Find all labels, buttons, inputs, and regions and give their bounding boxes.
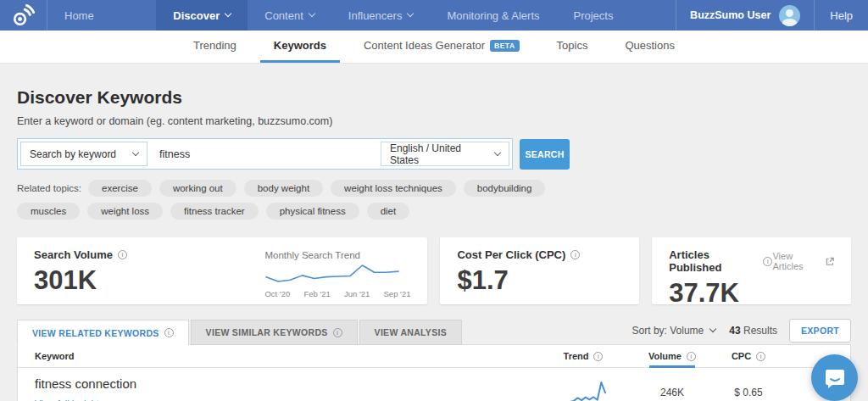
subtab-trending[interactable]: Trending bbox=[180, 31, 250, 63]
top-nav: Home Discover Content Influencers Monito… bbox=[0, 0, 868, 31]
nav-item-content-label: Content bbox=[264, 9, 303, 22]
cpc-title-row: Cost Per Click (CPC) i bbox=[457, 248, 622, 261]
tab-view-related-keywords[interactable]: VIEW RELATED KEYWORDS i bbox=[17, 320, 189, 346]
nav-item-discover-label: Discover bbox=[173, 9, 220, 22]
sort-by-label: Sort by: Volume bbox=[632, 325, 704, 337]
cpc-cell: $ 0.65 bbox=[710, 387, 787, 398]
topic-chip[interactable]: weight loss bbox=[87, 203, 163, 220]
chevron-down-icon bbox=[309, 10, 315, 17]
topic-chip[interactable]: body weight bbox=[244, 180, 323, 197]
tick-label: Feb '21 bbox=[303, 289, 330, 298]
subtab-keywords[interactable]: Keywords bbox=[260, 31, 340, 63]
nav-item-discover[interactable]: Discover bbox=[156, 0, 248, 31]
column-header-trend[interactable]: Trend i bbox=[532, 351, 634, 361]
buzzsumo-spiral-icon bbox=[12, 4, 35, 27]
keywords-table: Keyword Trend i Volume i CPC i fitness c… bbox=[17, 344, 851, 401]
info-icon[interactable]: i bbox=[756, 352, 765, 361]
info-icon[interactable]: i bbox=[118, 250, 127, 259]
beta-badge: BETA bbox=[490, 40, 520, 52]
locale-value: English / United States bbox=[390, 142, 489, 166]
subtab-cig-label: Content Ideas Generator bbox=[364, 39, 485, 52]
user-name: BuzzSumo User bbox=[690, 9, 771, 21]
keyword-search-input[interactable] bbox=[147, 148, 381, 160]
search-type-select[interactable]: Search by keyword bbox=[20, 142, 147, 166]
search-volume-title: Search Volume bbox=[34, 248, 113, 261]
results-section: VIEW RELATED KEYWORDS i VIEW SIMILAR KEY… bbox=[17, 319, 851, 401]
topic-chip[interactable]: diet bbox=[367, 203, 410, 220]
topic-chip[interactable]: working out bbox=[159, 180, 236, 197]
cpc-header-label: CPC bbox=[732, 351, 751, 361]
info-icon[interactable]: i bbox=[570, 250, 580, 259]
info-icon[interactable]: i bbox=[763, 257, 772, 266]
info-icon[interactable]: i bbox=[687, 352, 696, 361]
tab-similar-label: VIEW SIMILAR KEYWORDS bbox=[206, 327, 328, 337]
search-panel: Search by keyword English / United State… bbox=[17, 138, 513, 170]
sort-by-dropdown[interactable]: Sort by: Volume bbox=[632, 325, 716, 337]
info-icon[interactable]: i bbox=[333, 328, 342, 337]
keyword-name: fitness connection bbox=[35, 376, 532, 391]
monthly-trend-title: Monthly Search Trend bbox=[264, 250, 410, 260]
view-articles-label: View Articles bbox=[772, 251, 821, 271]
articles-title: Articles Published bbox=[669, 248, 758, 274]
nav-item-influencers[interactable]: Influencers bbox=[331, 0, 431, 31]
topic-chip[interactable]: bodybuilding bbox=[464, 180, 546, 197]
view-articles-link[interactable]: View Articles bbox=[772, 251, 834, 271]
stat-cards: Search Volume i 301K Monthly Search Tren… bbox=[17, 237, 851, 304]
nav-item-home[interactable]: Home bbox=[47, 0, 111, 31]
volume-cell: 246K bbox=[634, 387, 710, 398]
table-header: Keyword Trend i Volume i CPC i bbox=[18, 345, 850, 368]
chevron-down-icon bbox=[225, 10, 231, 17]
nav-item-content[interactable]: Content bbox=[248, 0, 331, 31]
nav-item-help[interactable]: Help bbox=[815, 0, 868, 31]
trend-cell bbox=[532, 379, 634, 401]
nav-item-projects[interactable]: Projects bbox=[557, 0, 631, 31]
topic-chip[interactable]: physical fitness bbox=[266, 203, 359, 220]
export-button[interactable]: EXPORT bbox=[789, 319, 851, 343]
topic-chip[interactable]: muscles bbox=[17, 203, 80, 220]
info-icon[interactable]: i bbox=[593, 352, 603, 361]
keyword-search-bar: Search by keyword English / United State… bbox=[17, 138, 851, 170]
cpc-title: Cost Per Click (CPC) bbox=[457, 248, 565, 261]
info-icon[interactable]: i bbox=[164, 328, 174, 337]
nav-item-influencers-label: Influencers bbox=[348, 9, 403, 22]
search-volume-title-row: Search Volume i bbox=[34, 248, 127, 261]
subtab-questions[interactable]: Questions bbox=[611, 31, 688, 63]
tab-view-similar-keywords[interactable]: VIEW SIMILAR KEYWORDS i bbox=[191, 320, 358, 345]
page-title: Discover Keywords bbox=[17, 64, 851, 108]
monthly-trend-block: Monthly Search Trend Oct '20 Feb '21 Jun… bbox=[264, 248, 410, 293]
search-volume-left: Search Volume i 301K bbox=[34, 248, 127, 293]
cpc-value: $1.7 bbox=[457, 265, 622, 296]
trend-header-label: Trend bbox=[564, 351, 589, 361]
chevron-down-icon bbox=[407, 10, 414, 17]
topic-chip[interactable]: exercise bbox=[88, 180, 152, 197]
language-country-select[interactable]: English / United States bbox=[381, 142, 509, 166]
chat-launcher-button[interactable] bbox=[811, 354, 858, 401]
chevron-down-icon bbox=[709, 326, 716, 332]
buzzsumo-logo[interactable] bbox=[0, 0, 47, 31]
table-row: fitness connection View full insights 24… bbox=[18, 368, 850, 401]
volume-header-label: Volume bbox=[648, 351, 682, 361]
user-menu[interactable]: BuzzSumo User bbox=[676, 0, 815, 31]
tab-view-analysis[interactable]: VIEW ANALYSIS bbox=[359, 320, 462, 345]
tick-label: Sep '21 bbox=[384, 289, 411, 298]
column-header-cpc[interactable]: CPC i bbox=[710, 351, 787, 361]
topic-chip[interactable]: weight loss techniques bbox=[331, 180, 456, 197]
related-topics: Related topics: exercise working out bod… bbox=[17, 180, 564, 220]
monthly-trend-sparkline bbox=[264, 262, 400, 284]
avatar[interactable] bbox=[779, 5, 800, 26]
nav-spacer bbox=[630, 0, 676, 31]
subtab-topics[interactable]: Topics bbox=[543, 31, 602, 63]
search-type-value: Search by keyword bbox=[30, 148, 116, 160]
monthly-trend-ticks: Oct '20 Feb '21 Jun '21 Sep '21 bbox=[264, 289, 410, 298]
subtab-content-ideas-generator[interactable]: Content Ideas Generator BETA bbox=[350, 31, 533, 63]
row-trend-sparkline bbox=[560, 379, 607, 401]
tab-related-label: VIEW RELATED KEYWORDS bbox=[32, 328, 159, 338]
discover-subnav: Trending Keywords Content Ideas Generato… bbox=[0, 31, 868, 64]
main-content: Discover Keywords Enter a keyword or dom… bbox=[0, 64, 868, 401]
chevron-down-icon bbox=[132, 148, 139, 155]
articles-title-row: Articles Published i View Articles bbox=[669, 248, 834, 274]
nav-item-monitoring-alerts[interactable]: Monitoring & Alerts bbox=[430, 0, 556, 31]
topic-chip[interactable]: fitness tracker bbox=[170, 203, 259, 220]
search-button[interactable]: SEARCH bbox=[520, 139, 570, 170]
column-header-volume[interactable]: Volume i bbox=[634, 345, 710, 367]
